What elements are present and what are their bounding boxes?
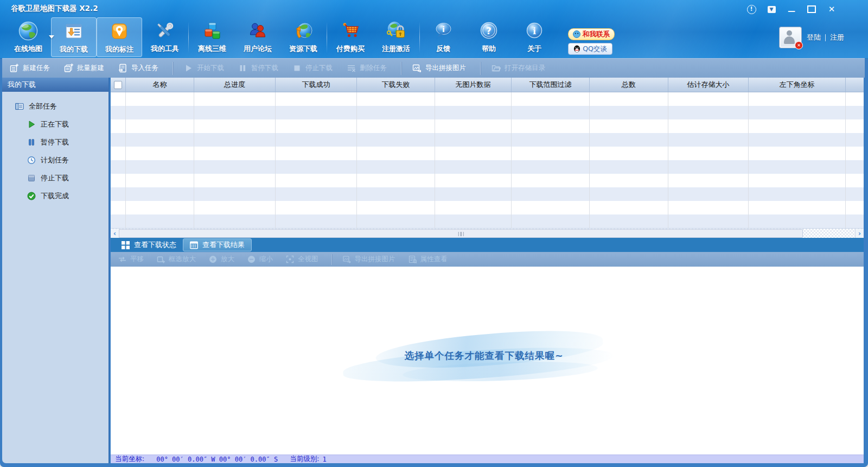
full-view-icon <box>286 255 294 263</box>
table-row[interactable] <box>111 187 864 201</box>
pause-download-button[interactable]: 暂停下载 <box>238 64 278 73</box>
table-horizontal-scrollbar[interactable]: ‹ › <box>111 228 864 238</box>
import-task-button[interactable]: 导入任务 <box>118 64 158 73</box>
properties-button[interactable]: 属性查看 <box>409 255 448 264</box>
sidebar-item-stopped[interactable]: 停止下载 <box>2 169 108 187</box>
sidebar-item-completed[interactable]: 下载完成 <box>2 187 108 205</box>
table-row[interactable] <box>111 106 864 119</box>
table-row[interactable] <box>111 160 864 174</box>
contact-me-button[interactable]: 和我联系 <box>568 28 615 40</box>
batch-new-button[interactable]: 批量新建 <box>64 64 104 73</box>
zoom-in-button[interactable]: 放大 <box>209 255 234 264</box>
table-cell <box>435 133 512 147</box>
info-button[interactable]: ! <box>745 4 757 14</box>
result-canvas[interactable]: 选择单个任务才能查看下载结果喔~ <box>111 267 864 455</box>
zoom-out-label: 缩小 <box>259 255 273 264</box>
toolbar-button-my-downloads[interactable]: 我的下载 <box>51 17 97 57</box>
toolbar-button-purchase[interactable]: 付费购买 <box>328 17 373 57</box>
table-cell <box>846 92 864 106</box>
toolbar-button-label: 我的标注 <box>105 45 133 54</box>
column-header-progress[interactable]: 总进度 <box>194 78 276 92</box>
start-download-button[interactable]: 开始下载 <box>184 64 224 73</box>
select-all-checkbox[interactable] <box>114 81 122 89</box>
table-row[interactable] <box>111 92 864 106</box>
table-cell <box>435 147 512 160</box>
column-header-total[interactable]: 总数 <box>590 78 668 92</box>
scroll-left-arrow-icon[interactable]: ‹ <box>111 229 119 238</box>
tab-view-download-status[interactable]: 查看下载状态 <box>115 239 183 251</box>
table-row[interactable] <box>111 174 864 187</box>
table-cell <box>668 160 749 174</box>
pan-button[interactable]: 平移 <box>118 255 144 264</box>
login-link[interactable]: 登陆 <box>807 33 821 42</box>
avatar[interactable]: ✕ <box>780 27 801 48</box>
toolbar-button-user-forum[interactable]: 用户论坛 <box>235 17 280 57</box>
table-row[interactable] <box>111 119 864 133</box>
stop-download-button[interactable]: 停止下载 <box>292 64 333 73</box>
sidebar-item-all-tasks[interactable]: 全部任务 <box>2 97 108 115</box>
map-export-image-label: 导出拼接图片 <box>355 255 395 264</box>
table-cell <box>194 119 276 133</box>
table-cell <box>357 119 435 133</box>
toolbar-button-my-annotations[interactable]: 我的标注 <box>97 17 142 57</box>
svg-text:i: i <box>442 25 445 34</box>
coordinate-value: 00° 00′ 0.00″ W 00° 00′ 0.00″ S <box>156 456 278 463</box>
map-export-image-button[interactable]: 导出拼接图片 <box>343 255 395 264</box>
full-view-button[interactable]: 全视图 <box>286 255 318 264</box>
scrollbar-thumb[interactable] <box>119 229 803 238</box>
box-zoom-button[interactable]: 框选放大 <box>157 255 196 264</box>
column-header-storage-size[interactable]: 估计存储大小 <box>668 78 749 92</box>
minimize-button[interactable]: — <box>786 3 797 16</box>
scroll-right-arrow-icon[interactable]: › <box>855 229 864 238</box>
svg-text:i: i <box>533 26 536 36</box>
tray-icon: ▼ <box>768 6 776 13</box>
tab-view-download-result[interactable]: 查看下载结果 <box>183 238 252 251</box>
new-task-button[interactable]: 新建任务 <box>10 64 50 73</box>
table-cell <box>126 133 194 147</box>
action-toolbar-separator <box>401 62 401 75</box>
column-header-name[interactable]: 名称 <box>126 78 194 92</box>
stop-download-icon <box>292 64 302 73</box>
column-header-bl-coordinate[interactable]: 左下角坐标 <box>749 78 846 92</box>
toolbar-button-register-activate[interactable]: 注册激活 <box>373 17 419 57</box>
pause-download-icon <box>238 64 247 73</box>
toolbar-button-feedback[interactable]: i 反馈 <box>420 17 466 57</box>
toolbar-button-online-map[interactable]: 在线地图 <box>5 17 51 57</box>
maximize-button[interactable] <box>806 4 818 14</box>
minimize-to-tray-button[interactable]: ▼ <box>765 4 777 14</box>
table-cell <box>668 119 749 133</box>
open-storage-folder-button[interactable]: 打开存储目录 <box>492 64 545 73</box>
table-row[interactable] <box>111 133 864 147</box>
table-cell <box>194 187 276 201</box>
delete-task-button[interactable]: 删除任务 <box>347 64 387 73</box>
table-cell <box>512 214 590 228</box>
toolbar-button-offline-3d[interactable]: 离线三维 <box>189 17 235 57</box>
column-header-failed[interactable]: 下载失败 <box>357 78 435 92</box>
register-link[interactable]: 注册 <box>830 33 844 42</box>
toolbar-button-about[interactable]: i 关于 <box>512 17 557 57</box>
column-header-range-filter[interactable]: 下载范围过滤 <box>512 78 590 92</box>
column-header-no-image[interactable]: 无图片数据 <box>435 78 512 92</box>
sidebar-item-scheduled[interactable]: 计划任务 <box>2 151 108 169</box>
window-title: 谷歌卫星地图下载器 X2.2 <box>11 4 98 14</box>
table-cell <box>749 160 846 174</box>
toolbar-button-help[interactable]: ? 帮助 <box>466 17 512 57</box>
table-row[interactable] <box>111 214 864 228</box>
table-cell <box>357 160 435 174</box>
table-row[interactable] <box>111 201 864 214</box>
chevron-down-icon[interactable] <box>49 35 54 39</box>
table-cell <box>276 106 357 119</box>
table-cell <box>357 92 435 106</box>
sidebar-item-paused[interactable]: 暂停下载 <box>2 133 108 151</box>
table-row[interactable] <box>111 147 864 160</box>
export-stitched-image-button[interactable]: 导出拼接图片 <box>412 64 466 73</box>
toolbar-button-my-tools[interactable]: 我的工具 <box>142 17 188 57</box>
column-header-success[interactable]: 下载成功 <box>276 78 357 92</box>
close-button[interactable]: ✕ <box>826 4 838 14</box>
sidebar-item-downloading[interactable]: 正在下载 <box>2 115 108 133</box>
scheduled-tasks-icon <box>27 156 36 165</box>
table-cell <box>276 133 357 147</box>
zoom-out-button[interactable]: 缩小 <box>247 255 273 264</box>
qq-chat-button[interactable]: QQ交谈 <box>568 43 612 55</box>
toolbar-button-resource-download[interactable]: 资源下载 <box>280 17 326 57</box>
